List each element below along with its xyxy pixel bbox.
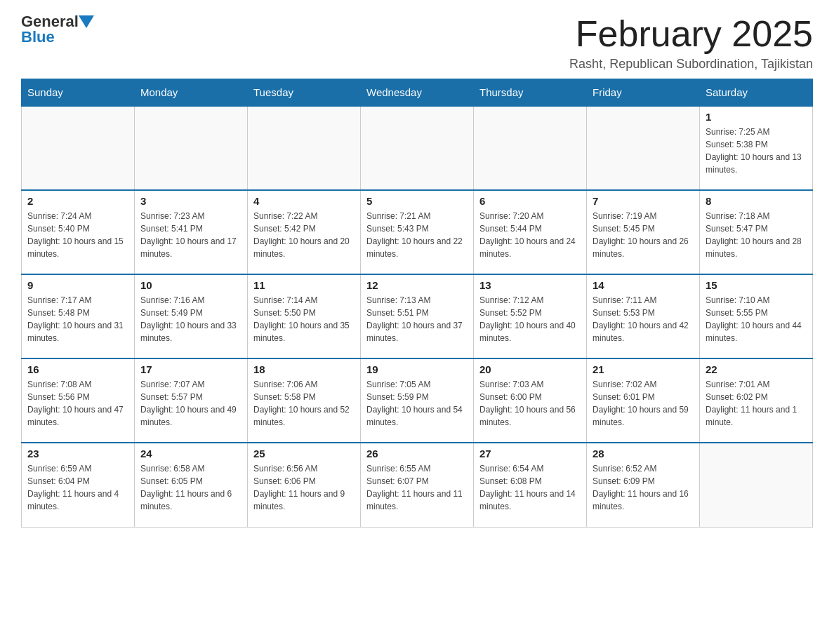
day-info: Sunrise: 6:58 AMSunset: 6:05 PMDaylight:… bbox=[140, 462, 241, 513]
day-info: Sunrise: 7:14 AMSunset: 5:50 PMDaylight:… bbox=[253, 294, 355, 344]
day-number: 11 bbox=[253, 279, 355, 291]
calendar-cell bbox=[248, 106, 361, 190]
day-number: 9 bbox=[27, 279, 128, 291]
day-info: Sunrise: 7:03 AMSunset: 6:00 PMDaylight:… bbox=[479, 378, 581, 429]
calendar-cell: 3Sunrise: 7:23 AMSunset: 5:41 PMDaylight… bbox=[135, 190, 248, 274]
calendar-table: SundayMondayTuesdayWednesdayThursdayFrid… bbox=[21, 79, 813, 528]
day-info: Sunrise: 7:25 AMSunset: 5:38 PMDaylight:… bbox=[706, 126, 807, 176]
day-number: 15 bbox=[706, 279, 807, 291]
day-info: Sunrise: 7:12 AMSunset: 5:52 PMDaylight:… bbox=[479, 294, 581, 344]
day-info: Sunrise: 7:08 AMSunset: 5:56 PMDaylight:… bbox=[27, 378, 128, 429]
day-info: Sunrise: 7:07 AMSunset: 5:57 PMDaylight:… bbox=[140, 378, 241, 429]
calendar-cell: 4Sunrise: 7:22 AMSunset: 5:42 PMDaylight… bbox=[248, 190, 361, 274]
day-info: Sunrise: 7:05 AMSunset: 5:59 PMDaylight:… bbox=[366, 378, 468, 429]
day-number: 8 bbox=[706, 195, 807, 207]
day-number: 25 bbox=[253, 448, 355, 459]
logo: General Blue bbox=[21, 14, 94, 45]
day-number: 5 bbox=[366, 195, 468, 207]
day-number: 18 bbox=[253, 363, 355, 375]
week-row-1: 1Sunrise: 7:25 AMSunset: 5:38 PMDaylight… bbox=[22, 106, 813, 190]
week-row-5: 23Sunrise: 6:59 AMSunset: 6:04 PMDayligh… bbox=[22, 443, 813, 527]
logo-blue: Blue bbox=[21, 29, 55, 45]
week-row-3: 9Sunrise: 7:17 AMSunset: 5:48 PMDaylight… bbox=[22, 274, 813, 358]
calendar-cell: 7Sunrise: 7:19 AMSunset: 5:45 PMDaylight… bbox=[587, 190, 700, 274]
week-row-2: 2Sunrise: 7:24 AMSunset: 5:40 PMDaylight… bbox=[22, 190, 813, 274]
calendar-cell: 19Sunrise: 7:05 AMSunset: 5:59 PMDayligh… bbox=[361, 358, 474, 443]
calendar-cell: 25Sunrise: 6:56 AMSunset: 6:06 PMDayligh… bbox=[248, 443, 361, 527]
calendar-cell: 2Sunrise: 7:24 AMSunset: 5:40 PMDaylight… bbox=[22, 190, 135, 274]
calendar-cell: 1Sunrise: 7:25 AMSunset: 5:38 PMDaylight… bbox=[700, 106, 813, 190]
day-info: Sunrise: 6:59 AMSunset: 6:04 PMDaylight:… bbox=[27, 462, 128, 513]
day-info: Sunrise: 7:16 AMSunset: 5:49 PMDaylight:… bbox=[140, 294, 241, 344]
calendar-cell: 15Sunrise: 7:10 AMSunset: 5:55 PMDayligh… bbox=[700, 274, 813, 358]
calendar-cell: 17Sunrise: 7:07 AMSunset: 5:57 PMDayligh… bbox=[135, 358, 248, 443]
day-info: Sunrise: 7:01 AMSunset: 6:02 PMDaylight:… bbox=[706, 378, 807, 429]
day-info: Sunrise: 7:02 AMSunset: 6:01 PMDaylight:… bbox=[593, 378, 694, 429]
calendar-cell: 28Sunrise: 6:52 AMSunset: 6:09 PMDayligh… bbox=[587, 443, 700, 527]
day-info: Sunrise: 6:55 AMSunset: 6:07 PMDaylight:… bbox=[366, 462, 468, 513]
calendar-cell bbox=[587, 106, 700, 190]
day-info: Sunrise: 7:21 AMSunset: 5:43 PMDaylight:… bbox=[366, 210, 468, 260]
day-number: 7 bbox=[593, 195, 694, 207]
calendar-cell: 6Sunrise: 7:20 AMSunset: 5:44 PMDaylight… bbox=[474, 190, 587, 274]
day-info: Sunrise: 7:10 AMSunset: 5:55 PMDaylight:… bbox=[706, 294, 807, 344]
calendar-cell: 13Sunrise: 7:12 AMSunset: 5:52 PMDayligh… bbox=[474, 274, 587, 358]
day-number: 13 bbox=[479, 279, 581, 291]
day-info: Sunrise: 7:23 AMSunset: 5:41 PMDaylight:… bbox=[140, 210, 241, 260]
day-info: Sunrise: 6:52 AMSunset: 6:09 PMDaylight:… bbox=[593, 462, 694, 513]
day-info: Sunrise: 7:17 AMSunset: 5:48 PMDaylight:… bbox=[27, 294, 128, 344]
day-number: 12 bbox=[366, 279, 468, 291]
column-header-friday: Friday bbox=[587, 79, 700, 107]
day-number: 2 bbox=[27, 195, 128, 207]
calendar-cell: 16Sunrise: 7:08 AMSunset: 5:56 PMDayligh… bbox=[22, 358, 135, 443]
day-number: 20 bbox=[479, 363, 581, 375]
calendar-cell: 5Sunrise: 7:21 AMSunset: 5:43 PMDaylight… bbox=[361, 190, 474, 274]
day-info: Sunrise: 7:11 AMSunset: 5:53 PMDaylight:… bbox=[593, 294, 694, 344]
calendar-cell: 18Sunrise: 7:06 AMSunset: 5:58 PMDayligh… bbox=[248, 358, 361, 443]
page-header: General Blue February 2025 Rasht, Republ… bbox=[21, 14, 813, 72]
day-number: 10 bbox=[140, 279, 241, 291]
calendar-cell: 14Sunrise: 7:11 AMSunset: 5:53 PMDayligh… bbox=[587, 274, 700, 358]
calendar-cell bbox=[361, 106, 474, 190]
day-number: 6 bbox=[479, 195, 581, 207]
logo-arrow-icon bbox=[79, 15, 94, 28]
day-number: 19 bbox=[366, 363, 468, 375]
calendar-cell: 22Sunrise: 7:01 AMSunset: 6:02 PMDayligh… bbox=[700, 358, 813, 443]
calendar-cell: 10Sunrise: 7:16 AMSunset: 5:49 PMDayligh… bbox=[135, 274, 248, 358]
day-info: Sunrise: 7:22 AMSunset: 5:42 PMDaylight:… bbox=[253, 210, 355, 260]
day-info: Sunrise: 7:13 AMSunset: 5:51 PMDaylight:… bbox=[366, 294, 468, 344]
day-number: 22 bbox=[706, 363, 807, 375]
day-info: Sunrise: 7:06 AMSunset: 5:58 PMDaylight:… bbox=[253, 378, 355, 429]
column-header-saturday: Saturday bbox=[700, 79, 813, 107]
day-number: 14 bbox=[593, 279, 694, 291]
day-number: 24 bbox=[140, 448, 241, 459]
calendar-cell: 27Sunrise: 6:54 AMSunset: 6:08 PMDayligh… bbox=[474, 443, 587, 527]
calendar-header-row: SundayMondayTuesdayWednesdayThursdayFrid… bbox=[22, 79, 813, 107]
calendar-cell: 11Sunrise: 7:14 AMSunset: 5:50 PMDayligh… bbox=[248, 274, 361, 358]
day-info: Sunrise: 7:19 AMSunset: 5:45 PMDaylight:… bbox=[593, 210, 694, 260]
calendar-cell: 23Sunrise: 6:59 AMSunset: 6:04 PMDayligh… bbox=[22, 443, 135, 527]
title-area: February 2025 Rasht, Republican Subordin… bbox=[569, 14, 813, 72]
day-number: 16 bbox=[27, 363, 128, 375]
calendar-cell: 24Sunrise: 6:58 AMSunset: 6:05 PMDayligh… bbox=[135, 443, 248, 527]
column-header-monday: Monday bbox=[135, 79, 248, 107]
logo-general: General bbox=[21, 14, 79, 29]
day-number: 1 bbox=[706, 111, 807, 123]
calendar-cell: 21Sunrise: 7:02 AMSunset: 6:01 PMDayligh… bbox=[587, 358, 700, 443]
column-header-sunday: Sunday bbox=[22, 79, 135, 107]
day-info: Sunrise: 7:18 AMSunset: 5:47 PMDaylight:… bbox=[706, 210, 807, 260]
calendar-cell bbox=[135, 106, 248, 190]
week-row-4: 16Sunrise: 7:08 AMSunset: 5:56 PMDayligh… bbox=[22, 358, 813, 443]
day-number: 3 bbox=[140, 195, 241, 207]
calendar-cell: 26Sunrise: 6:55 AMSunset: 6:07 PMDayligh… bbox=[361, 443, 474, 527]
calendar-cell bbox=[700, 443, 813, 527]
month-title: February 2025 bbox=[569, 14, 813, 54]
day-number: 28 bbox=[593, 448, 694, 459]
column-header-wednesday: Wednesday bbox=[361, 79, 474, 107]
day-number: 27 bbox=[479, 448, 581, 459]
day-info: Sunrise: 6:56 AMSunset: 6:06 PMDaylight:… bbox=[253, 462, 355, 513]
day-number: 26 bbox=[366, 448, 468, 459]
column-header-thursday: Thursday bbox=[474, 79, 587, 107]
day-number: 23 bbox=[27, 448, 128, 459]
calendar-cell bbox=[474, 106, 587, 190]
